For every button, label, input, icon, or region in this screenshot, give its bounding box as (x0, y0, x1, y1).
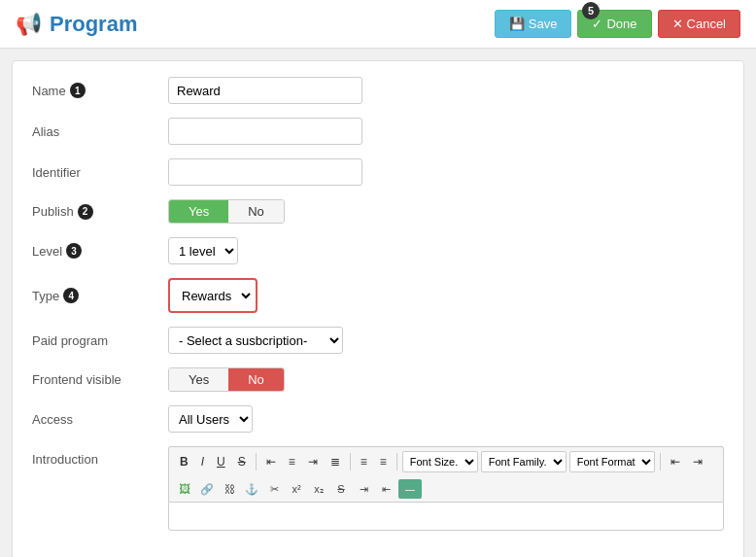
header: 📢 Program 5 💾 Save ✓ Done ✕ Cancel (0, 0, 756, 49)
save-badge: 5 (582, 2, 600, 19)
frontend-row: Frontend visible Yes No (32, 367, 724, 392)
ol-button[interactable]: ≡ (356, 453, 372, 470)
type-badge: 4 (63, 288, 79, 303)
publish-no-button[interactable]: No (228, 200, 284, 223)
publish-yes-button[interactable]: Yes (169, 200, 228, 223)
align-right-button[interactable]: ⇥ (303, 453, 323, 470)
link-button[interactable]: 🔗 (197, 479, 217, 499)
divider2 (350, 453, 351, 470)
header-actions: 5 💾 Save ✓ Done ✕ Cancel (495, 10, 740, 38)
editor-content-area[interactable] (168, 502, 724, 531)
anchor-button[interactable]: ⚓ (242, 479, 261, 499)
publish-badge: 2 (78, 204, 93, 220)
paid-label: Paid program (32, 333, 168, 348)
name-badge: 1 (70, 83, 86, 98)
level-select[interactable]: 1 level (168, 237, 238, 264)
name-row: Name 1 (32, 77, 724, 104)
frontend-label: Frontend visible (32, 372, 168, 387)
bold-button[interactable]: B (175, 453, 193, 470)
italic-button[interactable]: I (196, 453, 209, 470)
align-justify-button[interactable]: ≣ (326, 453, 345, 470)
type-label: Type 4 (32, 288, 168, 303)
publish-label: Publish 2 (32, 204, 168, 220)
unlink-button[interactable]: ⛓ (220, 479, 239, 499)
underline-button[interactable]: U (212, 453, 230, 470)
font-format-select[interactable]: Font Format (569, 451, 655, 472)
save-icon: 💾 (509, 17, 525, 31)
cut-button[interactable]: ✂ (264, 479, 284, 499)
frontend-yes-button[interactable]: Yes (169, 368, 228, 391)
publish-toggle: Yes No (168, 199, 285, 224)
identifier-row: Identifier (32, 158, 724, 186)
frontend-no-button[interactable]: No (228, 368, 284, 391)
strikethrough-button[interactable]: S (233, 453, 251, 470)
megaphone-icon: 📢 (16, 12, 42, 37)
outdent-button[interactable]: ⇤ (376, 479, 395, 499)
hr-button[interactable]: — (398, 479, 422, 499)
save-button[interactable]: 💾 Save (495, 10, 572, 38)
access-label: Access (32, 412, 168, 427)
ul-button[interactable]: ≡ (375, 453, 392, 470)
intro-row: Introduction B I U S ⇤ ≡ ⇥ ≣ ≡ ≡ Font Si… (32, 446, 724, 531)
alias-label: Alias (32, 124, 168, 139)
type-select-wrapper: Rewards (168, 278, 258, 313)
title-text: Program (50, 12, 137, 37)
alias-row: Alias (32, 118, 724, 145)
publish-row: Publish 2 Yes No (32, 199, 724, 224)
align-right-2-button[interactable]: ⇥ (688, 453, 707, 470)
identifier-label: Identifier (32, 165, 168, 180)
editor-toolbar-row1: B I U S ⇤ ≡ ⇥ ≣ ≡ ≡ Font Size. Font Fami… (168, 446, 724, 476)
level-label: Level 3 (32, 243, 168, 259)
frontend-toggle: Yes No (168, 367, 285, 392)
font-size-select[interactable]: Font Size. (402, 451, 478, 472)
intro-editor-wrapper: B I U S ⇤ ≡ ⇥ ≣ ≡ ≡ Font Size. Font Fami… (168, 446, 724, 531)
type-select[interactable]: Rewards (172, 282, 254, 309)
image-button[interactable]: 🖼 (175, 479, 194, 499)
divider4 (660, 453, 661, 470)
identifier-input[interactable] (168, 158, 362, 186)
divider3 (396, 453, 397, 470)
paid-select[interactable]: - Select a susbcription- (168, 327, 343, 354)
indent-button[interactable]: ⇥ (354, 479, 373, 499)
divider1 (256, 453, 257, 470)
cancel-button[interactable]: ✕ Cancel (658, 10, 740, 38)
access-select[interactable]: All Users (168, 405, 253, 433)
font-family-select[interactable]: Font Family. (481, 451, 567, 472)
form-body: Name 1 Alias Identifier Publish 2 Yes No… (12, 60, 744, 557)
access-row: Access All Users (32, 405, 724, 433)
x-icon: ✕ (672, 17, 683, 31)
type-row: Type 4 Rewards (32, 278, 724, 313)
editor-toolbar-row2: 🖼 🔗 ⛓ ⚓ ✂ x² x₂ S ⇥ ⇤ — (168, 476, 724, 502)
name-label: Name 1 (32, 83, 168, 98)
subscript-button[interactable]: x₂ (309, 479, 328, 499)
name-input[interactable] (168, 77, 362, 104)
alias-input[interactable] (168, 118, 362, 145)
level-row: Level 3 1 level (32, 237, 724, 264)
app-title: 📢 Program (16, 12, 137, 37)
level-badge: 3 (66, 243, 82, 259)
paid-row: Paid program - Select a susbcription- (32, 327, 724, 354)
align-center-button[interactable]: ≡ (284, 453, 300, 470)
align-left-button[interactable]: ⇤ (261, 453, 281, 470)
align-left-2-button[interactable]: ⇤ (666, 453, 685, 470)
strikethrough2-button[interactable]: S (331, 479, 351, 499)
superscript-button[interactable]: x² (287, 479, 306, 499)
intro-label: Introduction (32, 446, 168, 467)
